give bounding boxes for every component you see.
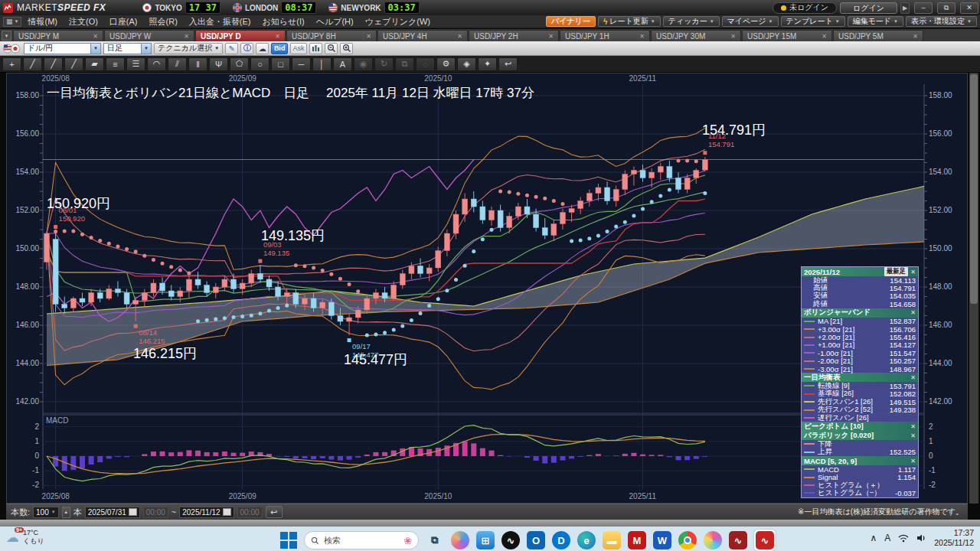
taskbar-icon-marketspeed-classic[interactable]: ∿ (501, 531, 520, 549)
close-icon[interactable]: ✕ (910, 269, 916, 276)
chevron-down-icon[interactable]: ▼ (90, 44, 100, 54)
volume-icon[interactable] (916, 533, 926, 543)
tab-usdjpy-15m[interactable]: USD/JPY 15M✕ (742, 30, 832, 41)
count-step-up-button[interactable]: ▲ (62, 507, 70, 518)
bar-count-input[interactable]: 100▼ (33, 507, 59, 518)
close-icon[interactable]: ✕ (730, 33, 736, 40)
ruler-tool-button[interactable]: ▰ (85, 57, 104, 71)
quick-rate-update-button[interactable]: ϟレート更新▼ (598, 16, 661, 27)
rectangle-tool-button[interactable]: □ (271, 57, 290, 71)
taskbar-clock[interactable]: 17:372025/11/12 (934, 528, 974, 548)
tab-usdjpy-2h[interactable]: USD/JPY 2H✕ (469, 30, 559, 41)
taskbar-icon-edge[interactable]: e (577, 531, 596, 549)
tab-list-button[interactable]: ▼ (2, 31, 11, 41)
date-to-input[interactable]: 2025/11/12 (179, 507, 234, 518)
taskbar-icon-dell[interactable]: D (552, 531, 570, 549)
menu-item-notice[interactable]: お知らせ(I) (262, 16, 304, 28)
taskbar-icon-photos[interactable] (704, 531, 722, 549)
tray-expand-icon[interactable]: ∧ (870, 533, 877, 543)
tab-usdjpy-1h[interactable]: USD/JPY 1H✕ (560, 30, 650, 41)
close-icon[interactable]: ✕ (910, 458, 916, 465)
close-icon[interactable]: ✕ (184, 33, 189, 40)
key-tool-button[interactable]: ✦ (478, 57, 497, 71)
taskbar-icon-chrome[interactable] (678, 531, 697, 549)
vertical-line-tool-button[interactable]: │ (312, 57, 332, 71)
close-icon[interactable]: ✕ (913, 33, 918, 40)
chevron-down-icon[interactable]: ▼ (141, 44, 151, 54)
menu-item-transfer[interactable]: 入出金・振替(E) (189, 16, 251, 28)
lasso-tool-button[interactable]: ◌ (416, 57, 435, 71)
search-input[interactable]: 検索 ❀ (304, 531, 419, 549)
tab-usdjpy-m[interactable]: USD/JPY M✕ (13, 30, 103, 41)
tab-usdjpy-d[interactable]: USD/JPY D✕ (195, 30, 286, 41)
weather-widget[interactable]: ☁9+ 17°Cくもり (6, 529, 44, 546)
trendline-tool-button[interactable]: ╱ (23, 57, 42, 71)
taskbar-icon-copilot[interactable] (451, 531, 469, 549)
close-icon[interactable]: ✕ (910, 432, 916, 439)
quick-edit-mode-button[interactable]: 編集モード▼ (848, 16, 903, 27)
chart-scrollbar[interactable] (969, 73, 978, 504)
quick-binary-button[interactable]: バイナリー (546, 16, 596, 27)
stamp-tool-button[interactable]: ◉ (354, 57, 373, 71)
pentagon-tool-button[interactable]: ⬠ (230, 57, 249, 71)
trendline-2-tool-button[interactable]: ╱ (44, 57, 63, 71)
ime-mode-indicator[interactable]: A (884, 533, 890, 543)
parallel-lines-tool-button[interactable]: ≡ (106, 57, 125, 71)
fan-lines-tool-button[interactable]: ⫽ (168, 57, 187, 71)
taskbar-icon-marketspeed-fx[interactable]: ∿ (756, 531, 774, 549)
close-icon[interactable]: ✕ (366, 33, 371, 40)
grid-lines-tool-button[interactable]: ☰ (126, 57, 145, 71)
horizontal-line-tool-button[interactable]: ─ (292, 57, 311, 71)
taskbar-icon-file-explorer[interactable]: ▬ (603, 531, 621, 549)
tab-usdjpy-5m[interactable]: USD/JPY 5M✕ (833, 30, 923, 41)
date-from-input[interactable]: 2025/07/31 (85, 507, 140, 518)
draw-pencil-button[interactable]: ✎ (225, 43, 238, 54)
crosshair-tool-button[interactable]: + (2, 57, 21, 71)
close-icon[interactable]: ✕ (548, 33, 554, 40)
start-button[interactable] (280, 532, 297, 549)
taskbar-icon-task-view[interactable]: ⧉ (426, 531, 444, 549)
menu-item-inquiry[interactable]: 照会(R) (149, 16, 178, 28)
ask-toggle[interactable]: Ask (290, 43, 307, 54)
trendline-3-tool-button[interactable]: ╱ (64, 57, 83, 71)
scrollbar-thumb[interactable] (970, 74, 978, 304)
text-tool-button[interactable]: A (333, 57, 352, 71)
close-button[interactable]: ✕ (960, 2, 978, 14)
copy-tool-button[interactable]: ⧉ (395, 57, 414, 71)
taskbar-icon-marketspeed[interactable]: ∿ (729, 531, 747, 549)
calendar-icon[interactable] (223, 508, 231, 516)
login-more-button[interactable]: ▶ (900, 2, 910, 14)
taskbar-icon-word[interactable]: W (653, 531, 671, 549)
menu-item-weblink[interactable]: ウェブリンク(W) (365, 16, 430, 28)
taskbar-icon-mcafee[interactable]: M (628, 531, 646, 549)
close-icon[interactable]: ✕ (910, 374, 916, 381)
zoom-in-button[interactable] (340, 43, 353, 54)
quick-ticker-button[interactable]: ティッカー▼ (663, 16, 720, 27)
pitchfork-tool-button[interactable]: Ψ (209, 57, 228, 71)
close-icon[interactable]: ✕ (275, 33, 280, 40)
restore-button[interactable]: ⧉ (937, 2, 956, 14)
info-button[interactable]: ⓘ (240, 43, 253, 54)
menu-item-help[interactable]: ヘルプ(H) (316, 16, 354, 28)
menu-item-info[interactable]: 情報(M) (28, 16, 57, 28)
bid-toggle[interactable]: Bid (271, 43, 288, 54)
login-button[interactable]: ログイン (840, 2, 897, 14)
tab-usdjpy-30m[interactable]: USD/JPY 30M✕ (651, 30, 741, 41)
cloud-button[interactable]: ☁ (256, 43, 269, 54)
minimize-button[interactable]: – (914, 2, 933, 14)
rotate-tool-button[interactable]: ↻ (374, 57, 394, 71)
ellipse-tool-button[interactable]: ○ (250, 57, 270, 71)
tab-usdjpy-4h[interactable]: USD/JPY 4H✕ (377, 30, 468, 41)
calendar-icon[interactable] (129, 508, 137, 516)
zoom-out-button[interactable] (325, 43, 338, 54)
close-icon[interactable]: ✕ (457, 33, 462, 40)
reset-range-button[interactable]: ↩ (266, 506, 283, 518)
close-icon[interactable]: ✕ (910, 423, 916, 430)
technical-select-button[interactable]: テクニカル選択▼ (154, 43, 223, 54)
menu-item-order[interactable]: 注文(O) (69, 16, 98, 28)
chart-style-button[interactable] (309, 43, 322, 54)
taskbar-icon-ms-store[interactable]: ⊞ (476, 531, 495, 549)
quick-mypage-button[interactable]: マイページ▼ (722, 16, 779, 27)
pair-select[interactable]: ドル/円▼ (24, 43, 101, 54)
timeframe-select[interactable]: 日足▼ (103, 43, 152, 54)
